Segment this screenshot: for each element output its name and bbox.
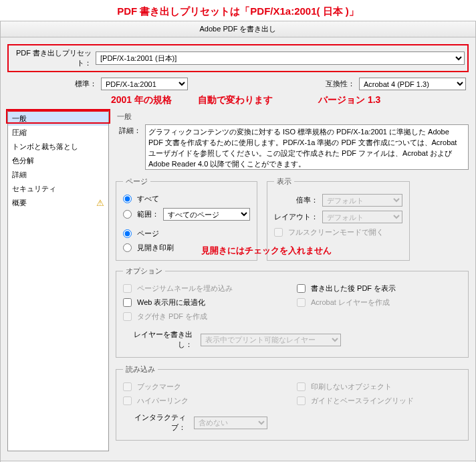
description-text[interactable]: グラフィックコンテンツの変換に対する ISO 標準規格の PDF/X-1a:20…: [145, 124, 469, 170]
sidebar-item-general[interactable]: 一般: [8, 112, 108, 126]
standard-label: 標準：: [10, 79, 101, 89]
pages-legend: ページ: [123, 177, 150, 187]
tagged-label: タグ付き PDF を作成: [137, 312, 207, 322]
annotation-version: バージョン 1.3: [318, 94, 469, 106]
preset-row: PDF 書き出しプリセット： [PDF/X-1a:2001 (日本)]: [7, 44, 469, 72]
sidebar-item-marks[interactable]: トンボと裁ち落とし: [8, 140, 108, 154]
web-checkbox[interactable]: [123, 298, 132, 307]
sidebar-item-label: 概要: [12, 198, 27, 208]
web-label: Web 表示用に最適化: [137, 298, 205, 308]
sidebar-item-summary[interactable]: 概要 ⚠: [8, 196, 108, 210]
pages-page-radio[interactable]: [123, 229, 132, 238]
viewpdf-checkbox[interactable]: [297, 284, 306, 293]
bookmark-label: ブックマーク: [137, 382, 181, 392]
zoom-label: 倍率：: [274, 195, 318, 205]
sidebar-item-output[interactable]: 色分解: [8, 154, 108, 168]
fullscreen-label: フルスクリーンモードで開く: [288, 227, 384, 237]
annotation-standard: 2001 年の規格: [7, 94, 198, 106]
compat-label: 互換性：: [326, 79, 359, 89]
acrobat-layer-checkbox: [297, 298, 306, 307]
zoom-select: デフォルト: [322, 194, 402, 207]
guides-checkbox: [297, 396, 306, 405]
pages-page-label: ページ: [137, 229, 159, 239]
preset-label: PDF 書き出しプリセット：: [11, 48, 96, 68]
pages-range-radio[interactable]: [123, 210, 132, 219]
content-panel: 一般 詳細： グラフィックコンテンツの変換に対する ISO 標準規格の PDF/…: [116, 110, 469, 451]
interactive-select: 含めない: [194, 417, 267, 429]
standard-select[interactable]: PDF/X-1a:2001: [101, 78, 188, 90]
annotation-spread: 見開きにはチェックを入れません: [201, 245, 469, 257]
annotation-top: PDF 書き出しプリセットは「PDF/X1a:2001( 日本 )」: [0, 0, 476, 21]
noprint-checkbox: [297, 382, 306, 391]
panel-heading: 一般: [116, 110, 469, 124]
pages-spread-radio[interactable]: [123, 243, 132, 252]
options-group: オプション ページサムネールを埋め込み Web 表示用に最適化: [116, 266, 469, 358]
display-legend: 表示: [274, 177, 294, 187]
sidebar: 一般 圧縮 トンボと裁ち落とし 色分解 詳細 セキュリティ 概要 ⚠: [7, 110, 109, 451]
layout-label: レイアウト：: [274, 212, 318, 222]
options-legend: オプション: [123, 266, 165, 276]
warning-icon: ⚠: [96, 198, 104, 208]
include-group: 読み込み ブックマーク ハイパーリンク: [116, 364, 469, 441]
viewpdf-label: 書き出した後 PDF を表示: [311, 283, 396, 294]
acrobat-layer-label: Acrobat レイヤーを作成: [311, 298, 390, 308]
sidebar-item-security[interactable]: セキュリティ: [8, 182, 108, 196]
annotation-auto: 自動で変わります: [198, 94, 318, 106]
guides-label: ガイドとベースライングリッド: [311, 396, 414, 406]
pages-range-select[interactable]: すべてのページ: [163, 208, 250, 221]
layer-export-select: 表示中でプリント可能なレイヤー: [201, 334, 341, 346]
description-label: 詳細：: [116, 124, 145, 170]
standard-row: 標準： PDF/X-1a:2001 互換性： Acrobat 4 (PDF 1.…: [7, 78, 469, 93]
include-legend: 読み込み: [123, 364, 158, 374]
hyperlink-label: ハイパーリンク: [137, 396, 189, 406]
fullscreen-checkbox: [274, 228, 283, 237]
annotation-row: 2001 年の規格 自動で変わります バージョン 1.3: [7, 93, 469, 110]
sidebar-item-compression[interactable]: 圧縮: [8, 126, 108, 140]
thumb-label: ページサムネールを埋め込み: [137, 283, 233, 294]
preset-select[interactable]: [PDF/X-1a:2001 (日本)]: [96, 51, 465, 65]
pages-all-radio[interactable]: [123, 195, 132, 203]
pages-all-label: すべて: [137, 194, 159, 204]
layer-export-label: レイヤーを書き出し：: [123, 330, 197, 350]
noprint-label: 印刷しないオブジェクト: [311, 382, 392, 392]
pages-range-label: 範囲：: [137, 209, 159, 219]
thumb-checkbox: [123, 284, 132, 293]
dialog-body: PDF 書き出しプリセット： [PDF/X-1a:2001 (日本)] 標準： …: [0, 37, 476, 461]
pages-spread-label: 見開き印刷: [137, 243, 174, 253]
tagged-checkbox: [123, 312, 132, 321]
sidebar-item-advanced[interactable]: 詳細: [8, 168, 108, 182]
interactive-label: インタラクティブ：: [123, 413, 190, 433]
layout-select: デフォルト: [322, 211, 402, 223]
bookmark-checkbox: [123, 382, 132, 391]
hyperlink-checkbox: [123, 396, 132, 405]
compat-select[interactable]: Acrobat 4 (PDF 1.3): [359, 78, 466, 90]
window-title: Adobe PDF を書き出し: [0, 21, 476, 37]
